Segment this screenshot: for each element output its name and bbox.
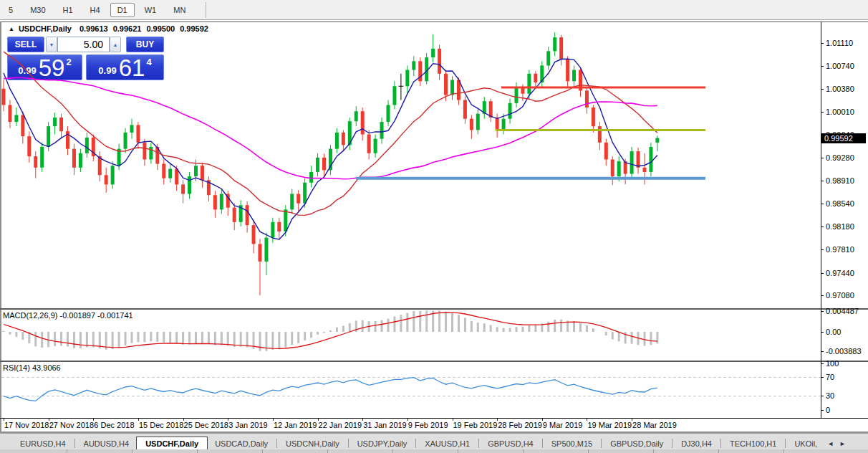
candle-body [34, 156, 37, 168]
rsi-scale-tick [821, 396, 824, 396]
rsi-scale-label: 100 [826, 359, 839, 368]
timeframe-button-5[interactable]: 5 [1, 3, 20, 17]
timeframe-button-h4[interactable]: H4 [83, 3, 107, 17]
candle-body [335, 133, 339, 149]
tab-divider [478, 439, 479, 448]
candle-body [59, 118, 63, 131]
tab-dj30-h4[interactable]: DJ30,H4 [674, 437, 719, 450]
candle-body [515, 87, 519, 103]
tab-usdcnh-daily[interactable]: USDCNH,Daily [279, 437, 347, 450]
tab-xauusd-h1[interactable]: XAUUSD,H1 [418, 437, 477, 450]
candle-body [630, 151, 634, 173]
candle-body [233, 208, 236, 222]
tab-usdcad-daily[interactable]: USDCAD,Daily [208, 437, 275, 450]
tab-ukoil-[interactable]: UKOil, [787, 437, 824, 450]
candle-body [444, 74, 448, 95]
macd-scale-tick [821, 351, 824, 352]
current-price-tag: 0.99592 [821, 133, 866, 143]
tab-usdjpy-daily[interactable]: USDJPY,Daily [350, 437, 415, 450]
macd-label: MACD(12,26,9) -0.001897 -0.001741 [3, 311, 133, 320]
candle-body [21, 115, 24, 136]
tab-divider [276, 439, 277, 448]
candle-body [85, 138, 89, 153]
strip-tick [783, 449, 784, 453]
tab-divider [720, 439, 721, 448]
timeframe-button-h1[interactable]: H1 [56, 3, 80, 17]
tab-audusd-h4[interactable]: AUDUSD,H4 [77, 437, 137, 450]
candle-body [649, 147, 652, 172]
rsi-line [4, 378, 657, 401]
candle-body [463, 100, 467, 118]
candle-body [361, 111, 365, 134]
candle-body [72, 149, 76, 168]
candle-body [585, 90, 589, 108]
candle-body [162, 164, 165, 178]
timeframe-button-m30[interactable]: M30 [23, 3, 52, 17]
strip-tick [653, 449, 654, 453]
candle-body [643, 168, 647, 172]
candle-body [637, 151, 640, 168]
macd-scale-label: 0.004487 [826, 307, 859, 315]
rsi-panel-separator[interactable] [0, 361, 868, 362]
candle-body [380, 122, 384, 139]
candle-body [374, 139, 377, 153]
strip-tick [458, 449, 458, 453]
tab-usdchf-daily[interactable]: USDCHF,Daily [136, 437, 208, 451]
candle-body [259, 244, 262, 261]
candle-body [188, 176, 191, 194]
rsi-scale-label: 70 [826, 373, 834, 381]
candle-body [534, 74, 537, 82]
tab-scroll-left-icon[interactable]: ◄ [824, 439, 836, 449]
candle-body [27, 136, 31, 156]
candle-body [181, 184, 185, 194]
candle-body [168, 169, 172, 178]
candle-body [559, 37, 563, 59]
price-axis-label: 1.01110 [826, 39, 853, 47]
price-axis-label: 1.00380 [826, 85, 854, 93]
price-tick [821, 295, 824, 296]
candle-body [342, 133, 345, 145]
candle-body [508, 103, 512, 119]
candle-body [130, 125, 134, 132]
macd-panel-separator[interactable] [0, 308, 868, 310]
tab-eurusd-h4[interactable]: EURUSD,H4 [13, 437, 73, 450]
timeframe-button-w1[interactable]: W1 [138, 3, 164, 17]
tab-sp500-m15[interactable]: SP500,M15 [544, 437, 599, 450]
candle-body [392, 86, 396, 105]
macd-scale-tick [821, 332, 824, 333]
candle-body [412, 61, 415, 70]
candle-body [284, 209, 287, 232]
date-axis-label: 19 Mar 2019 [587, 421, 632, 429]
candle-body [220, 194, 223, 210]
candle-body [79, 153, 82, 168]
candle-body [271, 222, 274, 238]
candle-body [40, 147, 44, 168]
tab-tech100-h1[interactable]: TECH100,H1 [723, 437, 783, 450]
candlestick-chart[interactable] [0, 22, 821, 308]
rsi-indicator-plot[interactable] [0, 362, 821, 418]
candle-body [290, 194, 294, 210]
strip-tick [523, 449, 524, 453]
timeframe-button-d1[interactable]: D1 [110, 3, 135, 17]
candle-body [546, 51, 550, 65]
tab-gbpusd-daily[interactable]: GBPUSD,Daily [603, 437, 670, 450]
tab-divider [415, 439, 416, 448]
tab-divider [785, 439, 786, 448]
rsi-scale-label: 30 [826, 391, 834, 400]
macd-scale-tick [821, 311, 824, 312]
macd-scale-label: 0.00 [826, 328, 841, 336]
tab-divider [542, 439, 543, 448]
price-tick [821, 66, 824, 67]
date-axis-separator [0, 418, 868, 419]
date-axis-label: 27 Nov 2018 [49, 421, 94, 429]
tab-gbpusd-h4[interactable]: GBPUSD,H4 [481, 437, 541, 450]
price-axis-label: 0.97810 [826, 245, 854, 254]
rsi-scale-tick [821, 363, 824, 364]
timeframe-button-mn[interactable]: MN [166, 3, 193, 17]
date-axis-label: 6 Dec 2018 [94, 421, 134, 429]
candle-body [264, 238, 268, 262]
price-tick [821, 158, 824, 158]
tab-scroll-right-icon[interactable]: ► [836, 439, 849, 449]
candle-body [2, 89, 6, 105]
candle-body [194, 166, 198, 176]
